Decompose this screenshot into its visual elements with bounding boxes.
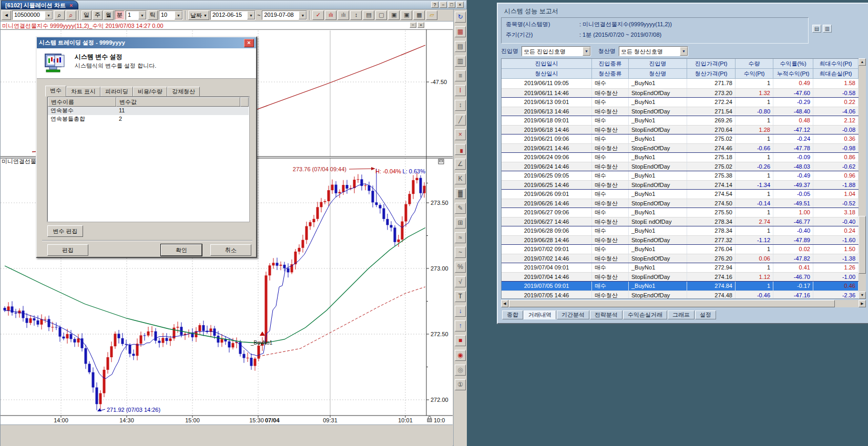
dialog-titlebar[interactable]: 시스템 트레이딩 설정 - 9999yyyy × <box>37 37 256 48</box>
date-to-combo[interactable]: 2019-07-08 ▼ <box>262 11 307 20</box>
report-tab-거래내역[interactable]: 거래내역 <box>524 310 556 319</box>
table-row[interactable]: 2019/06/18 09:01매수_BuyNo1269.2610.482.12 <box>502 116 859 125</box>
date-mode-button[interactable]: 날짜 ▼ <box>188 11 209 20</box>
down-arrow-icon[interactable]: ↓ <box>455 306 466 317</box>
report-tab-전략분석[interactable]: 전략분석 <box>590 310 622 319</box>
pattern-fill-icon[interactable]: ▓ <box>455 188 466 199</box>
cancel-button[interactable]: 취소 <box>210 244 251 256</box>
variable-row[interactable]: 연속봉수11 <box>48 107 249 115</box>
entry-signal-combo[interactable]: 모든 진입신호명 ▼ <box>522 46 591 56</box>
scroll-up-icon[interactable]: ▲ <box>859 58 866 66</box>
column-header[interactable]: 청산명 <box>629 69 687 79</box>
column-header[interactable]: 청산가격(Pt) <box>687 69 736 79</box>
dialog-tab-피라미딩[interactable]: 피라미딩 <box>100 87 133 97</box>
grid-header-변수값[interactable]: 변수값 <box>116 97 240 107</box>
dialog-tab-강제청산[interactable]: 강제청산 <box>167 87 200 97</box>
horizontal-scrollbar[interactable]: ◀ ▶ <box>501 300 866 307</box>
report-tab-종합[interactable]: 종합 <box>502 310 523 319</box>
table-row[interactable]: 2019/06/26 09:01매수_BuyNo1274.541-0.051.0… <box>502 189 859 199</box>
scrollbar-thumb[interactable] <box>509 300 835 307</box>
search-recent-icon[interactable]: ⌕ <box>66 11 76 20</box>
table-row[interactable]: 2019/07/05 14:46매수청산StopEndOfDay274.48-0… <box>502 291 859 299</box>
column-header[interactable]: 최대손실(Pt) <box>813 69 859 79</box>
waves-icon[interactable]: ≈ <box>455 232 466 243</box>
indicator-grid-icon[interactable]: ▦ <box>455 26 466 37</box>
signal-bars-icon[interactable]: ılı <box>325 11 336 20</box>
table-row[interactable]: 2019/06/24 14:46매수청산StopEndOfDay275.02-0… <box>502 162 859 171</box>
period-button-분[interactable]: 분 <box>115 11 125 20</box>
table-row[interactable]: 2019/06/27 09:06매수_BuyNo1275.5011.003.18 <box>502 208 859 217</box>
circle-icon[interactable]: ◎ <box>455 365 466 376</box>
tick-button[interactable]: 틱 <box>148 11 158 20</box>
column-header[interactable]: 진입일시 <box>502 59 592 69</box>
indicator-check-icon[interactable]: ✓ <box>312 11 324 20</box>
text-cursor-icon[interactable]: I <box>455 85 466 96</box>
angle-line-icon[interactable]: ∠ <box>455 159 466 170</box>
search-icon[interactable]: ⌕ <box>54 11 65 20</box>
scrollbar-thumb[interactable] <box>859 216 866 274</box>
inner-close-button[interactable]: × <box>417 22 424 28</box>
nav-back-button[interactable]: ◂ <box>2 11 11 20</box>
tick-combo[interactable]: 10 ▼ <box>159 11 183 20</box>
report-tab-그래프[interactable]: 그래프 <box>668 310 695 319</box>
target-icon[interactable]: ◉ <box>455 350 466 361</box>
period-button-주[interactable]: 주 <box>93 11 103 20</box>
scroll-down-icon[interactable]: ▼ <box>859 292 866 299</box>
table-row[interactable]: 2019/06/24 09:06매수_BuyNo1275.181-0.090.8… <box>502 152 859 162</box>
inner-minimize-button[interactable]: − <box>410 22 416 28</box>
updown-arrows-icon[interactable]: ↕ <box>350 11 362 20</box>
chevron-down-icon[interactable]: ▼ <box>247 11 255 19</box>
curve-icon[interactable]: ~ <box>455 247 466 258</box>
grid-header-변수이름[interactable]: 변수이름 <box>48 97 116 107</box>
up-arrow-icon[interactable]: ↑ <box>455 320 466 331</box>
edit-button[interactable]: 편집 <box>47 244 88 256</box>
corner-shape-icon[interactable]: ▗ <box>455 144 466 155</box>
pencil-icon[interactable]: ✎ <box>455 203 466 214</box>
chevron-down-icon[interactable]: ▼ <box>175 11 182 19</box>
symbol-code-combo[interactable]: 10500000 ▼ <box>12 11 53 20</box>
table-row[interactable]: 2019/07/04 14:46매수청산StopEndOfDay274.161.… <box>502 272 859 282</box>
letter-k-icon[interactable]: K <box>455 173 466 184</box>
grid-add-icon[interactable]: ⊞ <box>455 217 466 229</box>
table-row[interactable]: 2019/06/25 14:46매수청산StopEndOfDay274.14-1… <box>502 180 859 190</box>
column-header[interactable]: 진입명 <box>629 59 687 69</box>
column-header[interactable]: 청산일시 <box>502 69 592 79</box>
open-folder-icon[interactable]: ▱ <box>426 11 437 20</box>
chevron-down-icon[interactable]: ▼ <box>45 11 53 19</box>
delete-drawing-icon[interactable]: × <box>455 129 466 140</box>
copy-report-icon[interactable]: ▤ <box>812 25 821 33</box>
chart-layout-icon[interactable]: ▤ <box>455 41 466 52</box>
period-button-일[interactable]: 일 <box>81 11 91 20</box>
volume-bars-icon[interactable]: ılı <box>338 11 349 20</box>
chevron-down-icon[interactable]: ▼ <box>299 11 307 19</box>
maximize-button[interactable]: □ <box>448 2 455 8</box>
close-button[interactable]: × <box>456 2 464 8</box>
chart-monitor-icon[interactable]: ▢ <box>375 11 387 20</box>
check-tool-icon[interactable]: √ <box>455 276 466 287</box>
table-row[interactable]: 2019/06/21 09:06매수_BuyNo1275.021-0.240.3… <box>502 134 859 143</box>
print-report-icon[interactable]: ▥ <box>823 25 832 33</box>
column-header[interactable]: 수량 <box>736 59 773 69</box>
column-header[interactable]: 수익(Pt) <box>736 69 773 79</box>
recall-chart-icon[interactable]: ▣ <box>388 11 400 20</box>
dialog-tab-비용/수량[interactable]: 비용/수량 <box>133 87 167 97</box>
column-header[interactable]: 최대수익(Pt) <box>813 59 859 69</box>
period-button-월[interactable]: 월 <box>104 11 114 20</box>
updown-tool-icon[interactable]: ↕ <box>455 100 466 111</box>
new-chart-doc-icon[interactable]: ▤ <box>363 11 374 20</box>
dialog-tab-차트 표시[interactable]: 차트 표시 <box>66 87 100 97</box>
chevron-down-icon[interactable]: ▼ <box>680 47 688 56</box>
chevron-down-icon[interactable]: ▼ <box>138 11 146 19</box>
save-icon[interactable]: ▦ <box>413 11 425 20</box>
help-button[interactable]: ? <box>431 2 438 8</box>
table-row[interactable]: 2019/06/13 09:01매수_BuyNo1272.241-0.290.2… <box>502 97 859 107</box>
table-row[interactable]: 2019/06/21 14:46매수청산StopEndOfDay274.46-0… <box>502 143 859 153</box>
number-one-icon[interactable]: ① <box>455 379 466 390</box>
text-tool-icon[interactable]: T <box>455 291 466 302</box>
column-header[interactable]: 진입가격(Pt) <box>687 59 736 69</box>
table-row[interactable]: 2019/06/18 14:46매수청산StopEndOfDay270.641.… <box>502 125 859 134</box>
minute-combo[interactable]: 1 ▼ <box>126 11 147 20</box>
report-tab-수익손실거래[interactable]: 수익손실거래 <box>623 310 667 319</box>
date-from-combo[interactable]: 2012-06-15 ▼ <box>210 11 256 20</box>
chart-split-icon[interactable]: ▥ <box>455 56 466 67</box>
